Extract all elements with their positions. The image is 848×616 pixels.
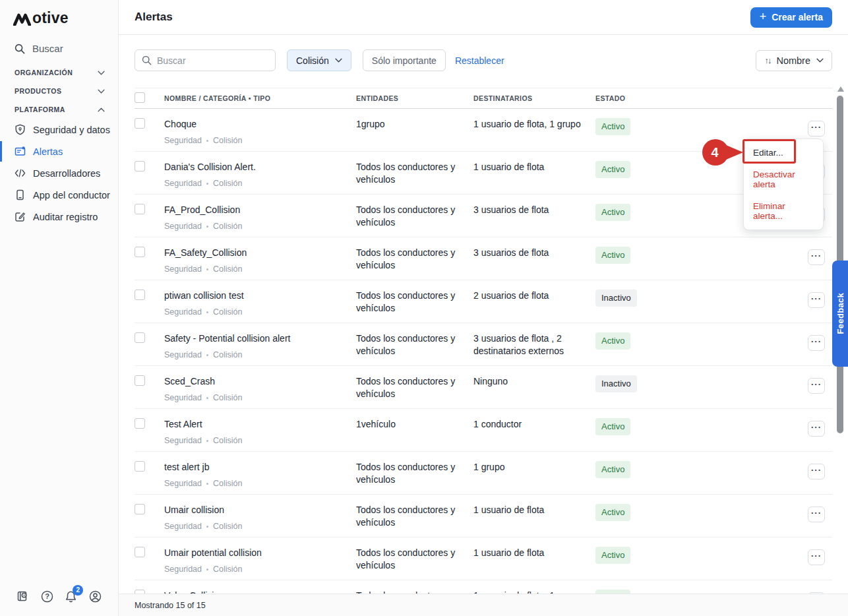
alert-type: Colisión bbox=[213, 221, 242, 232]
feedback-tab[interactable]: Feedback bbox=[832, 261, 848, 367]
sort-button[interactable]: ↑↓ Nombre bbox=[756, 50, 832, 71]
section-label: ORGANIZACIÓN bbox=[15, 69, 73, 77]
row-context-menu: Editar...Desactivar alertaEliminar alert… bbox=[743, 139, 824, 230]
menu-item-eliminar-alerta[interactable]: Eliminar alerta... bbox=[744, 195, 823, 227]
sidebar-footer: ? 2 bbox=[0, 583, 118, 609]
table-row[interactable]: Choque Seguridad Colisión 1grupo 1 usuar… bbox=[135, 109, 832, 152]
table-row[interactable]: Safety - Potential collision alert Segur… bbox=[135, 323, 832, 366]
table-row[interactable]: Test Alert Seguridad Colisión 1vehículo … bbox=[135, 409, 832, 452]
sidebar-item-alertas[interactable]: Alertas bbox=[0, 140, 118, 162]
alert-category-type: Seguridad Colisión bbox=[164, 478, 356, 489]
search-box[interactable] bbox=[135, 49, 276, 71]
alert-category-type: Seguridad Colisión bbox=[164, 221, 356, 232]
sidebar-item-seguridad-y-datos[interactable]: Seguridad y datos bbox=[0, 119, 118, 140]
main-content: Alertas + Crear alerta Colisión Sólo imp… bbox=[119, 0, 848, 616]
alert-category: Seguridad bbox=[164, 392, 202, 404]
sidebar-item-auditar-registro[interactable]: Auditar registro bbox=[0, 206, 118, 228]
collision-filter-dropdown[interactable]: Colisión bbox=[287, 49, 351, 71]
alert-type: Colisión bbox=[213, 478, 242, 489]
search-input[interactable] bbox=[157, 55, 268, 66]
chevron-down-icon bbox=[816, 58, 824, 63]
row-checkbox[interactable] bbox=[135, 375, 145, 386]
help-icon[interactable]: ? bbox=[41, 590, 53, 603]
row-actions-button[interactable]: ··· bbox=[808, 335, 825, 351]
plus-icon: + bbox=[760, 11, 767, 22]
sidebar-search[interactable]: Buscar bbox=[15, 43, 118, 54]
row-actions-button[interactable]: ··· bbox=[808, 464, 825, 479]
table-row[interactable]: FA_Safety_Collision Seguridad Colisión T… bbox=[135, 237, 832, 280]
alert-name: Umair collision bbox=[164, 504, 356, 516]
row-checkbox[interactable] bbox=[135, 504, 145, 514]
alert-type: Colisión bbox=[213, 350, 242, 361]
status-badge: Activo bbox=[595, 161, 630, 178]
row-actions-button[interactable]: ··· bbox=[808, 249, 825, 265]
reset-filters-link[interactable]: Restablecer bbox=[455, 55, 504, 66]
page-header: Alertas + Crear alerta bbox=[119, 0, 848, 35]
row-actions-button[interactable]: ··· bbox=[808, 378, 825, 394]
status-badge: Activo bbox=[595, 247, 630, 264]
alert-category: Seguridad bbox=[164, 221, 202, 232]
bell-icon[interactable]: 2 bbox=[65, 590, 77, 603]
row-checkbox[interactable] bbox=[135, 118, 145, 129]
table-row[interactable]: Dania's Collision Alert. Seguridad Colis… bbox=[135, 152, 832, 195]
row-checkbox[interactable] bbox=[135, 204, 145, 214]
status-badge: Activo bbox=[595, 461, 630, 478]
table-row[interactable]: Sced_Crash Seguridad Colisión Todos los … bbox=[135, 366, 832, 409]
alert-category-type: Seguridad Colisión bbox=[164, 135, 356, 146]
code-icon bbox=[15, 168, 26, 179]
table-row[interactable]: Umair potential collision Seguridad Coli… bbox=[135, 538, 832, 580]
alert-type: Colisión bbox=[213, 307, 242, 318]
row-checkbox[interactable] bbox=[135, 547, 145, 557]
alert-category-type: Seguridad Colisión bbox=[164, 307, 356, 318]
alert-type: Colisión bbox=[213, 564, 242, 575]
select-all-checkbox[interactable] bbox=[135, 92, 145, 103]
alert-name: FA_Safety_Collision bbox=[164, 247, 356, 259]
search-icon bbox=[15, 44, 25, 54]
table-row[interactable]: ptiwan collision test Seguridad Colisión… bbox=[135, 280, 832, 323]
dot-separator-icon bbox=[206, 183, 208, 185]
important-only-filter[interactable]: Sólo importante bbox=[363, 49, 446, 71]
row-actions-button[interactable]: ··· bbox=[808, 549, 825, 565]
sidebar-section-productos[interactable]: PRODUCTOS bbox=[0, 82, 118, 100]
scroll-up-arrow-icon[interactable] bbox=[837, 86, 844, 92]
table-row[interactable]: test alert jb Seguridad Colisión Todos l… bbox=[135, 452, 832, 495]
row-actions-button[interactable]: ··· bbox=[808, 121, 825, 137]
account-icon[interactable] bbox=[89, 590, 102, 603]
sidebar-item-label: App del conductor bbox=[33, 190, 110, 200]
dot-separator-icon bbox=[206, 311, 208, 313]
sidebar-item-desarrolladores[interactable]: Desarrolladores bbox=[0, 162, 118, 184]
alert-name: ptiwan collision test bbox=[164, 290, 356, 302]
sidebar-section-organizacion[interactable]: ORGANIZACIÓN bbox=[0, 63, 118, 82]
alert-recipients: 1 conductor bbox=[473, 409, 595, 431]
dot-separator-icon bbox=[206, 483, 208, 485]
alert-entities: 1vehículo bbox=[356, 409, 473, 431]
row-actions-button[interactable]: ··· bbox=[808, 292, 825, 308]
row-checkbox[interactable] bbox=[135, 290, 145, 300]
alert-card-icon bbox=[15, 146, 26, 157]
row-checkbox[interactable] bbox=[135, 332, 145, 343]
alert-category-type: Seguridad Colisión bbox=[164, 350, 356, 361]
row-checkbox[interactable] bbox=[135, 161, 145, 171]
chevron-down-icon bbox=[98, 71, 105, 75]
table-footer: Mostrando 15 of 15 bbox=[119, 594, 848, 616]
table-row[interactable]: FA_Prod_Collision Seguridad Colisión Tod… bbox=[135, 195, 832, 237]
menu-item-editar[interactable]: Editar... bbox=[744, 142, 823, 164]
sidebar-item-app-del-conductor[interactable]: App del conductor bbox=[0, 184, 118, 206]
row-actions-button[interactable]: ··· bbox=[808, 507, 825, 522]
row-checkbox[interactable] bbox=[135, 247, 145, 257]
alert-entities: Todos los conductores y vehículos bbox=[356, 195, 473, 229]
row-actions-button[interactable]: ··· bbox=[808, 421, 825, 437]
sidebar-section-plataforma[interactable]: PLATAFORMA bbox=[0, 100, 118, 119]
alert-name: Umair potential collision bbox=[164, 547, 356, 559]
menu-item-desactivar-alerta[interactable]: Desactivar alerta bbox=[744, 164, 823, 195]
section-label: PLATAFORMA bbox=[15, 106, 65, 113]
status-badge: Inactivo bbox=[595, 290, 637, 307]
map-icon[interactable] bbox=[16, 590, 29, 603]
table-row[interactable]: Umair collision Seguridad Colisión Todos… bbox=[135, 495, 832, 538]
dot-separator-icon bbox=[206, 526, 208, 528]
row-checkbox[interactable] bbox=[135, 418, 145, 429]
create-alert-button[interactable]: + Crear alerta bbox=[750, 7, 832, 28]
row-checkbox[interactable] bbox=[135, 461, 145, 472]
alert-type: Colisión bbox=[213, 521, 242, 532]
alert-category: Seguridad bbox=[164, 264, 202, 275]
